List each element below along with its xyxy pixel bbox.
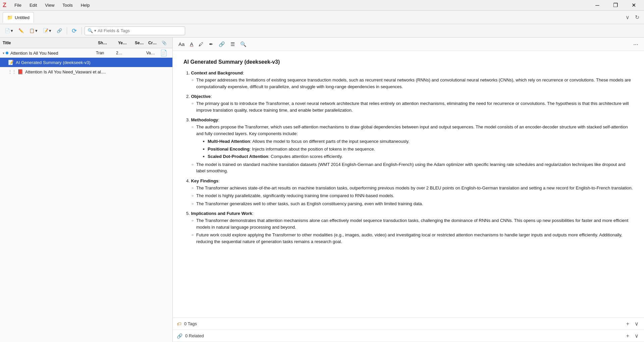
menu-edit[interactable]: Edit (27, 2, 40, 8)
content-title: AI Generated Summary (deekseek-v3) (183, 59, 633, 65)
link-button[interactable]: 🔗 (217, 40, 227, 48)
text-color-button[interactable]: A (188, 40, 195, 48)
app-logo: Z (3, 2, 6, 9)
tags-chevron-button[interactable]: ∨ (633, 321, 640, 327)
minimize-button[interactable]: ─ (590, 0, 605, 11)
tags-actions: + ∨ (625, 321, 640, 327)
left-panel: Title Sh… Ye… Se… Cr… 📎 ▾ Attention Is A… (0, 38, 173, 342)
tag-icon: 🏷 (177, 321, 181, 327)
maximize-button[interactable]: ❐ (608, 0, 623, 11)
section-1: 1. Context and Background: The paper add… (186, 70, 633, 90)
highlight-button[interactable]: 🖊 (197, 40, 205, 48)
tab-untitled[interactable]: 📁 Untitled (3, 12, 34, 23)
section-4-bullets: The Transformer achieves state-of-the-ar… (192, 185, 633, 207)
list-item: The model is trained on standard machine… (192, 161, 633, 174)
font-button[interactable]: Aa (177, 40, 186, 48)
highlight-icon: 🖊 (199, 41, 204, 47)
sub-list-item: Positional Encoding: Injects information… (203, 146, 633, 153)
section-5-bullets: The Transformer demonstrates that attent… (192, 217, 633, 245)
search-button[interactable]: 🔍 (238, 40, 248, 48)
new-note-button[interactable]: 📝 ▾ (41, 27, 53, 35)
menu-help[interactable]: Help (78, 2, 93, 8)
section-2-bullets: The primary goal is to introduce the Tra… (192, 100, 633, 113)
menu-view[interactable]: View (42, 2, 57, 8)
new-item-button[interactable]: 📄 ▾ (3, 27, 15, 35)
close-button[interactable]: ✕ (626, 0, 641, 11)
toolbar-separator (67, 27, 67, 35)
tree-item-summary[interactable]: 📝 AI Generated Summary (deekseek-v3) (0, 58, 172, 67)
search-input[interactable] (98, 28, 182, 33)
section-3-bullets: The authors propose the Transformer, whi… (192, 124, 633, 174)
section-2: 2. Objective: The primary goal is to int… (186, 94, 633, 113)
col-short-header: Sh… (98, 41, 118, 45)
list-item: The primary goal is to introduce the Tra… (192, 100, 633, 113)
related-bar[interactable]: 🔗 0 Related + ∨ (173, 330, 644, 342)
sub-sub-list-3: Multi-Head Attention: Allows the model t… (203, 138, 633, 160)
col-title-header: Title (3, 41, 98, 45)
search-box[interactable]: 🔍 ▾ (85, 26, 185, 35)
section-1-header: 1. Context and Background: (186, 70, 633, 75)
clear-format-button[interactable]: ✒ (207, 40, 215, 48)
tree-item-pdf[interactable]: ⋮⋮ 📕 Attention Is All You Need_Vaswani e… (0, 67, 172, 76)
tags-label: 0 Tags (184, 321, 197, 326)
tree-item-parent[interactable]: ▾ Attention Is All You Need Tran 2… Va… … (0, 48, 172, 58)
pdf-icon: 📕 (17, 69, 23, 74)
note-arrow: ▾ (49, 28, 51, 33)
summary-list: 1. Context and Background: The paper add… (186, 70, 633, 245)
section-3-header: 3. Methodology: (186, 117, 633, 122)
section-2-heading: Objective (191, 94, 211, 99)
title-bar: Z File Edit View Tools Help ─ ❐ ✕ (0, 0, 644, 11)
add-related-button[interactable]: + (625, 333, 631, 339)
pencil-icon: ✏️ (18, 28, 24, 33)
main-toolbar: 📄 ▾ ✏️ 📋 ▾ 📝 ▾ 🔗 ⟳ 🔍 ▾ (0, 24, 644, 38)
list-button[interactable]: ☰ (229, 40, 236, 48)
tags-bar[interactable]: 🏷 0 Tags + ∨ (173, 318, 644, 330)
expand-arrow: ▾ (3, 51, 4, 55)
parent-creator: Va… (146, 51, 160, 55)
sub-list-item: Multi-Head Attention: Allows the model t… (203, 138, 633, 145)
parent-title: Attention Is All You Need (10, 51, 96, 56)
attachment-button[interactable]: 🔗 (55, 27, 64, 35)
content-area: AI Generated Summary (deekseek-v3) 1. Co… (173, 51, 644, 318)
section-1-bullets: The paper addresses the limitations of e… (192, 77, 633, 90)
menu-file[interactable]: File (12, 2, 24, 8)
tabs-dropdown-button[interactable]: ∨ (624, 13, 632, 21)
right-toolbar: Aa A 🖊 ✒ 🔗 ☰ 🔍 ⋯ (173, 38, 644, 51)
note-icon: 📝 (8, 60, 14, 65)
clear-icon: ✒ (209, 41, 213, 47)
link-icon: 🔗 (219, 41, 225, 47)
search-icon: 🔍 (240, 41, 247, 47)
sync-button[interactable]: ⟳ (70, 26, 79, 36)
related-label: 0 Related (185, 333, 204, 338)
list-item: The model is highly parallelizable, sign… (192, 192, 633, 199)
col-year-header: Ye… (118, 41, 135, 45)
section-4-heading: Key Findings (191, 178, 218, 183)
refresh-button[interactable]: ↻ (633, 13, 641, 21)
related-actions: + ∨ (625, 333, 640, 339)
related-icon: 🔗 (177, 333, 182, 339)
search-icon: 🔍 (88, 28, 93, 33)
section-1-heading: Context and Background (191, 70, 243, 75)
note-icon: 📝 (43, 28, 48, 33)
edit-button[interactable]: ✏️ (16, 27, 26, 35)
new-collection-button[interactable]: 📋 ▾ (27, 27, 40, 35)
parent-short: Tran (96, 51, 116, 55)
col-attach-header: 📎 (162, 41, 170, 45)
related-chevron-button[interactable]: ∨ (633, 333, 640, 339)
sub-list-item: Scaled Dot-Product Attention: Computes a… (203, 153, 633, 160)
more-options-button[interactable]: ⋯ (632, 40, 640, 48)
new-item-arrow: ▾ (11, 28, 13, 33)
list-item: The Transformer demonstrates that attent… (192, 217, 633, 230)
column-headers: Title Sh… Ye… Se… Cr… 📎 (0, 38, 172, 48)
tab-bar-actions: ∨ ↻ (624, 13, 641, 21)
section-3-heading: Methodology (191, 117, 218, 122)
menu-tools[interactable]: Tools (60, 2, 75, 8)
toolbar-separator-2 (82, 27, 82, 35)
more-icon: ⋯ (633, 41, 638, 47)
section-5-heading: Implications and Future Work (191, 211, 252, 216)
attachment-icon: 🔗 (57, 28, 62, 33)
text-color-icon: A (190, 41, 193, 47)
drag-handle: ⋮⋮ (8, 69, 16, 74)
add-tag-button[interactable]: + (625, 321, 631, 327)
search-dropdown-arrow[interactable]: ▾ (94, 28, 96, 33)
